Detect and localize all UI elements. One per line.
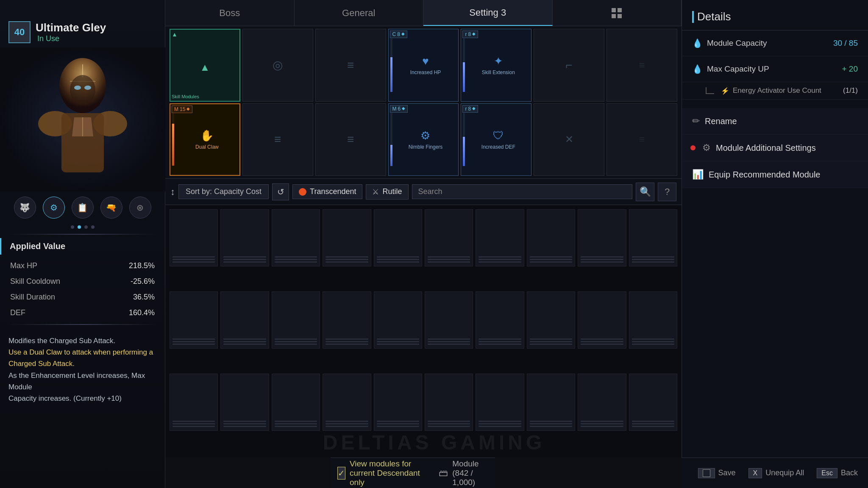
desc-line2: Use a Dual Claw to attack when performin… (8, 347, 156, 358)
inv-slot[interactable] (629, 291, 677, 349)
save-action[interactable]: Save (698, 468, 736, 478)
inv-slot[interactable] (578, 374, 626, 431)
equip-recommended-button[interactable]: 📊 Equip Recommended Module (682, 161, 868, 188)
inv-slot[interactable] (527, 374, 575, 431)
inv-slot[interactable] (425, 209, 473, 266)
stat-value: 36.5% (133, 293, 155, 302)
module-slot-dual-claw[interactable]: M15 ◆ ✋ Dual Claw (170, 103, 240, 176)
module-slot-skill-extension[interactable]: r8 ◆ ✦ Skill Extension (461, 29, 531, 102)
rename-button[interactable]: ✏ Rename (682, 108, 868, 135)
view-descendant-checkbox[interactable]: ✓ View modules for current Descendant on… (337, 459, 432, 487)
inv-slot[interactable] (374, 291, 422, 349)
module-slot-increased-def[interactable]: r8 ◆ 🛡 Increased DEF (461, 103, 531, 176)
module-slot-empty-3[interactable]: ≡ (315, 29, 386, 102)
tab-boss[interactable]: Boss (165, 0, 295, 26)
max-capacity-row: 💧 Max Capacity UP + 20 (682, 56, 868, 82)
inv-slot[interactable] (476, 374, 524, 431)
inv-slot[interactable] (629, 209, 677, 266)
checkbox-check: ✓ (338, 468, 345, 478)
skill-extension-label: Skill Extension (482, 69, 515, 75)
bottom-actions: Save X Unequip All Esc Back (682, 458, 868, 488)
inv-slot[interactable] (220, 291, 269, 349)
module-settings-button[interactable]: ⚙ Module Additional Settings (682, 135, 868, 161)
module-slot-empty-6[interactable]: ⌐ (534, 29, 604, 102)
sort-button[interactable]: Sort by: Capacity Cost (178, 184, 269, 199)
module-slot-skill[interactable]: ▲ ▲ Skill Modules (170, 29, 240, 102)
main-area: Boss General Setting 3 ▲ ▲ Skill Modules… (165, 0, 682, 488)
module-slot-empty-8[interactable]: ≡ (242, 103, 313, 176)
skill-dot (71, 225, 74, 229)
skill-dot (91, 225, 95, 229)
svg-rect-13 (612, 14, 616, 18)
module-count-icon: 🗃 (439, 468, 448, 479)
stat-name: Max HP (10, 261, 37, 270)
stat-row-cooldown: Skill Cooldown -25.6% (0, 274, 165, 289)
inv-slot[interactable] (323, 374, 371, 431)
inv-slot[interactable] (374, 374, 422, 431)
skill-dot (84, 225, 88, 229)
module-slot-empty-7[interactable]: ≡ (606, 29, 677, 102)
divider (8, 324, 156, 325)
x-key: X (748, 468, 762, 478)
module-slot-increased-hp[interactable]: C8 ◆ ♥ Increased HP (388, 29, 459, 102)
inv-slot[interactable] (220, 374, 269, 431)
warning-dot (690, 145, 696, 150)
max-capacity-label: Max Capacity UP (707, 64, 769, 74)
stat-name: Skill Duration (10, 293, 55, 302)
search-button[interactable]: 🔍 (636, 183, 654, 201)
transcendent-dot (299, 188, 306, 196)
desc-line3: Charged Sub Attack. (8, 358, 156, 369)
inv-slot[interactable] (170, 209, 218, 266)
module-slot-empty-9[interactable]: ≡ (315, 103, 386, 176)
stat-name: Skill Cooldown (10, 277, 60, 286)
skill-icon-3[interactable]: 📋 (72, 197, 94, 219)
inv-slot[interactable] (272, 209, 320, 266)
skill-icon-2[interactable]: ⚙ (43, 197, 65, 219)
skill-icon-4[interactable]: 🔫 (100, 197, 122, 219)
inv-slot[interactable] (425, 291, 473, 349)
back-action[interactable]: Esc Back (817, 468, 858, 478)
inv-slot[interactable] (527, 209, 575, 266)
checkbox-label: View modules for current Descendant only (350, 459, 432, 487)
tab-bar: Boss General Setting 3 (165, 0, 682, 26)
stat-value: 160.4% (129, 308, 155, 317)
checkbox[interactable]: ✓ (337, 467, 345, 480)
module-slot-empty-2[interactable]: ◎ (242, 29, 313, 102)
skill-icon-5[interactable]: ⊛ (129, 197, 151, 219)
refresh-button[interactable]: ↺ (272, 183, 289, 200)
inv-slot[interactable] (374, 209, 422, 266)
inv-slot[interactable] (323, 209, 371, 266)
inv-slot[interactable] (476, 209, 524, 266)
energy-activator-value: (1/1) (843, 86, 858, 95)
stat-name: DEF (10, 308, 25, 317)
inv-slot[interactable] (527, 291, 575, 349)
inv-slot[interactable] (425, 374, 473, 431)
inv-slot[interactable] (170, 374, 218, 431)
skill-icon-1[interactable]: 🐺 (14, 197, 36, 219)
tab-general[interactable]: General (295, 0, 424, 26)
tab-grid[interactable] (553, 0, 682, 26)
unequip-all-action[interactable]: X Unequip All (748, 468, 804, 478)
help-button[interactable]: ? (658, 183, 676, 201)
character-header: 40 Ultimate Gley In Use (0, 0, 165, 47)
inv-slot[interactable] (272, 291, 320, 349)
module-slot-empty-11[interactable]: ≡ (606, 103, 677, 176)
inv-slot[interactable] (170, 291, 218, 349)
inv-slot[interactable] (323, 291, 371, 349)
bottom-bar: ✓ View modules for current Descendant on… (331, 458, 495, 488)
dual-claw-label: Dual Claw (195, 144, 219, 150)
inv-slot[interactable] (476, 291, 524, 349)
sort-icon: ↕ (170, 186, 175, 197)
inv-slot[interactable] (629, 374, 677, 431)
inv-slot[interactable] (220, 209, 269, 266)
level-badge: 40 (8, 21, 31, 43)
inv-slot[interactable] (578, 209, 626, 266)
module-slot-empty-10[interactable]: ✕ (534, 103, 604, 176)
module-slot-nimble-fingers[interactable]: M6 ◆ ⚙ Nimble Fingers (388, 103, 459, 176)
transcendent-filter[interactable]: Transcendent (292, 184, 362, 199)
tab-setting3[interactable]: Setting 3 (423, 0, 553, 26)
rutile-filter[interactable]: ⚔ Rutile (366, 184, 408, 200)
inv-slot[interactable] (578, 291, 626, 349)
stat-row-def: DEF 160.4% (0, 305, 165, 321)
inv-slot[interactable] (272, 374, 320, 431)
